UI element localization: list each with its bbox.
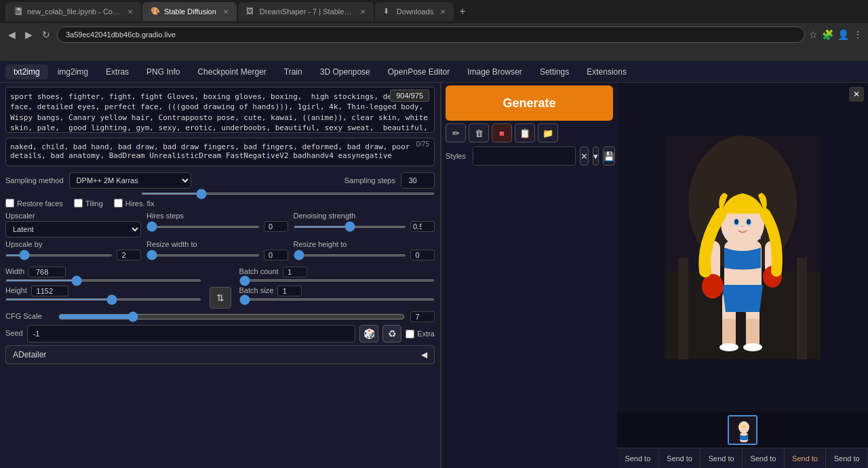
- denoising-input[interactable]: [410, 221, 435, 232]
- swap-wh-button[interactable]: ⇅: [210, 287, 231, 309]
- svg-point-13: [702, 274, 724, 298]
- nav-tab-extensions[interactable]: Extensions: [578, 64, 635, 79]
- width-label: Width: [5, 267, 24, 275]
- new-tab-button[interactable]: +: [455, 5, 469, 18]
- send-to-btn-6[interactable]: Send to: [826, 448, 868, 468]
- hires-row-1: Upscaler Latent Hires steps Denoising st…: [5, 212, 435, 237]
- nav-tab-txt2img[interactable]: txt2img: [5, 64, 48, 79]
- seed-input[interactable]: [27, 325, 356, 343]
- resize-w-input[interactable]: [264, 250, 288, 260]
- recycle-seed-button[interactable]: ♻: [382, 325, 401, 343]
- upscaler-select[interactable]: Latent: [5, 221, 141, 237]
- send-to-btn-5[interactable]: Send to: [785, 448, 827, 468]
- batch-count-slider[interactable]: [239, 279, 435, 281]
- send-to-btn-4[interactable]: Send to: [743, 448, 785, 468]
- nav-tab-3d-openpose[interactable]: 3D Openpose: [312, 64, 378, 79]
- positive-prompt-input[interactable]: sport shoes, fighter, fight, fight Glove…: [5, 87, 435, 133]
- tab-bar: 📓 new_colab_file.ipynb - Colabora... ✕ 🎨…: [0, 0, 868, 23]
- width-slider[interactable]: [5, 279, 201, 281]
- svg-point-22: [758, 235, 761, 239]
- stop-button[interactable]: ■: [492, 123, 512, 142]
- hires-steps-col: Hires steps: [146, 212, 288, 237]
- pencil-button[interactable]: ✏: [446, 123, 466, 142]
- styles-clear-button[interactable]: ✕: [580, 147, 589, 165]
- extra-seed-checkbox[interactable]: Extra: [406, 330, 435, 338]
- nav-tab-checkpoint-merger[interactable]: Checkpoint Merger: [189, 64, 274, 79]
- folder-button[interactable]: 📁: [538, 123, 558, 142]
- image-thumbnails: [617, 412, 868, 448]
- batch-size-slider-row: [239, 298, 435, 300]
- bookmark-button[interactable]: ☆: [809, 29, 818, 40]
- swap-col: ⇅: [207, 267, 234, 309]
- random-seed-button[interactable]: 🎲: [359, 325, 378, 343]
- height-slider[interactable]: [5, 298, 201, 300]
- hires-fix-checkbox[interactable]: Hires. fix: [114, 199, 155, 208]
- adetailer-bar[interactable]: ADetailer ◀: [5, 345, 435, 364]
- svg-point-10: [743, 343, 762, 351]
- batch-size-slider[interactable]: [239, 298, 435, 300]
- hires-steps-slider[interactable]: [146, 226, 260, 228]
- forward-button[interactable]: ▶: [22, 28, 35, 41]
- resize-w-slider[interactable]: [146, 254, 260, 256]
- thumbnail-1[interactable]: [728, 415, 757, 445]
- tab-close-colab[interactable]: ✕: [127, 8, 133, 16]
- upscale-by-input[interactable]: [117, 250, 141, 260]
- styles-input[interactable]: [473, 147, 576, 165]
- sampling-method-select[interactable]: DPM++ 2M Karras: [69, 172, 191, 189]
- char-counter: 904/975: [390, 90, 429, 102]
- image-close-button[interactable]: ✕: [849, 87, 864, 102]
- tab-colab[interactable]: 📓 new_colab_file.ipynb - Colabora... ✕: [5, 2, 141, 21]
- denoising-slider[interactable]: [294, 226, 407, 228]
- nav-tab-img2img[interactable]: img2img: [50, 64, 96, 79]
- sampling-steps-label: Sampling steps: [344, 176, 395, 184]
- svg-point-20: [747, 219, 751, 225]
- hires-fix-input[interactable]: [114, 199, 123, 208]
- send-to-btn-3[interactable]: Send to: [701, 448, 743, 468]
- tab-sd[interactable]: 🎨 Stable Diffusion ✕: [142, 2, 237, 21]
- left-panel: sport shoes, fighter, fight, fight Glove…: [0, 83, 441, 468]
- nav-tab-extras[interactable]: Extras: [98, 64, 137, 79]
- extensions-button[interactable]: 🧩: [822, 29, 833, 40]
- nav-tab-png-info[interactable]: PNG Info: [138, 64, 188, 79]
- resize-h-slider[interactable]: [294, 254, 407, 256]
- tab-downloads[interactable]: ⬇ Downloads ✕: [375, 2, 454, 21]
- menu-button[interactable]: ⋮: [853, 29, 863, 40]
- send-to-btn-2[interactable]: Send to: [659, 448, 701, 468]
- cfg-row: CFG Scale: [5, 311, 435, 322]
- nav-tab-openpose-editor[interactable]: OpenPose Editor: [380, 64, 458, 79]
- generate-button[interactable]: Generate: [446, 85, 613, 121]
- restore-faces-input[interactable]: [5, 199, 14, 208]
- trash-button[interactable]: 🗑: [469, 123, 489, 142]
- back-button[interactable]: ◀: [5, 28, 18, 41]
- tiling-input[interactable]: [74, 199, 83, 208]
- negative-prompt-input[interactable]: naked, child, bad hand, bad draw, bad dr…: [5, 138, 435, 166]
- upscale-by-slider[interactable]: [5, 254, 113, 256]
- tab-close-sd[interactable]: ✕: [223, 8, 229, 16]
- profile-button[interactable]: 👤: [837, 29, 849, 40]
- styles-save-button[interactable]: 💾: [603, 147, 615, 165]
- resize-h-col: Resize height to: [294, 240, 435, 262]
- paste-button[interactable]: 📋: [515, 123, 535, 142]
- reload-button[interactable]: ↻: [39, 28, 53, 41]
- extra-seed-input[interactable]: [406, 330, 414, 338]
- styles-row: Styles ✕ ▾ 💾: [446, 147, 613, 165]
- cfg-input[interactable]: [410, 311, 435, 322]
- tab-close-dreamshaper[interactable]: ✕: [360, 8, 366, 16]
- tab-close-downloads[interactable]: ✕: [440, 8, 446, 16]
- nav-tab-image-browser[interactable]: Image Browser: [459, 64, 530, 79]
- resize-h-input[interactable]: [410, 250, 435, 260]
- image-panel: ✕: [617, 83, 868, 468]
- sampling-steps-slider[interactable]: [141, 193, 435, 195]
- tiling-checkbox[interactable]: Tiling: [74, 199, 103, 208]
- nav-tab-settings[interactable]: Settings: [532, 64, 577, 79]
- cfg-slider[interactable]: [58, 311, 405, 322]
- address-input[interactable]: [57, 26, 805, 43]
- tab-dreamshaper[interactable]: 🖼 DreamShaper - 7 | Stable Diffus... ✕: [238, 2, 374, 21]
- nav-tab-train[interactable]: Train: [276, 64, 311, 79]
- sampling-steps-input[interactable]: [401, 172, 435, 189]
- denoising-slider-row: [294, 221, 435, 232]
- restore-faces-checkbox[interactable]: Restore faces: [5, 199, 63, 208]
- send-to-btn-1[interactable]: Send to: [617, 448, 659, 468]
- hires-steps-input[interactable]: [264, 221, 288, 232]
- styles-chevron-button[interactable]: ▾: [593, 147, 599, 165]
